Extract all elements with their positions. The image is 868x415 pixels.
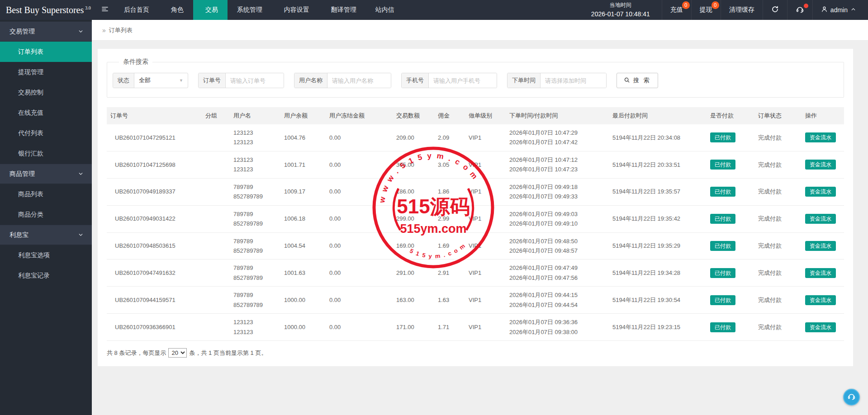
pay-time: 2026年01月07日 10:47:42 xyxy=(509,137,605,147)
trade-amount-cell: 169.00 xyxy=(393,232,434,259)
sidebar-item-product-list[interactable]: 商品列表 xyxy=(0,184,92,204)
sidebar-section-lixibao[interactable]: 利息宝 xyxy=(0,225,92,245)
clear-cache-label: 清理缓存 xyxy=(729,6,754,14)
sidebar-item-payment-list[interactable]: 代付列表 xyxy=(0,123,92,143)
column-header-label: 分组 xyxy=(205,112,217,119)
username-input[interactable] xyxy=(327,73,391,88)
sidebar-item-online-recharge[interactable]: 在线充值 xyxy=(0,103,92,123)
sidebar-section-trade-management[interactable]: 交易管理 xyxy=(0,21,92,42)
order-no-cell: UB2601070944159571 xyxy=(107,287,202,314)
username-line2: 123123 xyxy=(233,137,277,147)
fund-flow-button[interactable]: 资金流水 xyxy=(805,322,836,332)
username-cell: 123123 123123 xyxy=(230,151,280,178)
menu-content[interactable]: 内容设置 xyxy=(272,0,319,20)
refresh-icon xyxy=(771,5,779,14)
menu-dashboard[interactable]: 后台首页 xyxy=(114,0,159,20)
trade-amount-cell: 305.00 xyxy=(393,151,434,178)
menu-messages[interactable]: 站内信 xyxy=(366,0,404,20)
username-line1: 789789 xyxy=(233,290,277,300)
headset-icon xyxy=(847,392,856,402)
floating-support-button[interactable] xyxy=(843,389,860,406)
order-time-input[interactable] xyxy=(541,73,606,88)
username-line1: 789789 xyxy=(233,209,277,219)
column-header-label: 最后付款时间 xyxy=(612,112,648,119)
trade-amount-cell: 163.00 xyxy=(393,287,434,314)
support-button[interactable] xyxy=(787,0,812,20)
sidebar-item-trade-control[interactable]: 交易控制 xyxy=(0,82,92,103)
order-status-cell: 完成付款 xyxy=(754,287,802,314)
balance-cell: 1009.17 xyxy=(280,178,326,205)
menu-label: 角色 xyxy=(171,6,184,14)
sidebar-toggle-button[interactable] xyxy=(95,0,114,20)
order-time-label: 下单时间 xyxy=(508,73,541,88)
commission-cell: 2.99 xyxy=(434,205,465,232)
menu-translate[interactable]: 翻译管理 xyxy=(319,0,366,20)
group-cell xyxy=(202,205,230,232)
column-header: 用户余额 xyxy=(280,107,326,124)
fund-flow-button[interactable]: 资金流水 xyxy=(805,187,836,197)
group-cell xyxy=(202,232,230,259)
sidebar-entry-label: 银行汇款 xyxy=(18,150,43,158)
chevron-down-icon xyxy=(78,171,84,177)
phone-filter-group: 手机号 xyxy=(401,73,497,88)
order-pay-time-cell: 2026年01月07日 09:49:18 2026年01月07日 09:49:3… xyxy=(506,178,609,205)
admin-menu[interactable]: admin xyxy=(812,0,868,20)
sidebar-item-lixibao-options[interactable]: 利息宝选项 xyxy=(0,245,92,265)
menu-system[interactable]: 系统管理 xyxy=(228,0,272,20)
column-header-label: 做单级别 xyxy=(469,112,492,119)
menu-roles[interactable]: 角色 xyxy=(159,0,193,20)
username-line2: 123123 xyxy=(233,327,277,337)
sidebar-item-order-list[interactable]: 订单列表 xyxy=(0,42,92,62)
sidebar-section-product-management[interactable]: 商品管理 xyxy=(0,164,92,184)
order-no-cell: UB2601070936366901 xyxy=(107,314,202,341)
action-cell: 资金流水 xyxy=(802,178,844,205)
recharge-button[interactable]: 充值 0 xyxy=(662,0,691,20)
column-header: 订单号 xyxy=(107,107,202,124)
breadcrumb-label: 订单列表 xyxy=(109,26,133,34)
table-row: UB2601070947491632 789789 852789789 1001… xyxy=(107,259,844,287)
refresh-button[interactable] xyxy=(763,0,787,20)
menu-trade[interactable]: 交易 xyxy=(193,0,228,20)
fund-flow-button[interactable]: 资金流水 xyxy=(805,295,836,305)
menu-label: 交易 xyxy=(205,6,218,14)
sidebar-item-product-category[interactable]: 商品分类 xyxy=(0,204,92,225)
sidebar-item-lixibao-records[interactable]: 利息宝记录 xyxy=(0,265,92,286)
fund-flow-button[interactable]: 资金流水 xyxy=(805,241,836,251)
order-status-cell: 完成付款 xyxy=(754,232,802,259)
sidebar-item-withdraw-management[interactable]: 提现管理 xyxy=(0,62,92,82)
paid-badge: 已付款 xyxy=(710,295,735,305)
pay-time: 2026年01月07日 09:48:57 xyxy=(509,246,605,255)
user-icon xyxy=(821,6,828,14)
last-pay-time-cell: 5194年11月22日 19:23:15 xyxy=(609,314,707,341)
page-size-select[interactable]: 20 xyxy=(168,348,187,358)
fund-flow-button[interactable]: 资金流水 xyxy=(805,132,836,142)
phone-input[interactable] xyxy=(429,73,497,88)
paid-status-cell: 已付款 xyxy=(707,124,754,151)
filter-row: 状态 全部 ▼ 订单号 用户名称 手机号 xyxy=(113,73,837,88)
username-line2: 852789789 xyxy=(233,300,277,310)
username-filter-group: 用户名称 xyxy=(294,73,391,88)
withdraw-button[interactable]: 提现 0 xyxy=(691,0,721,20)
status-select[interactable]: 全部 ▼ xyxy=(134,73,188,88)
commission-cell: 1.71 xyxy=(434,314,465,341)
commission-cell: 2.91 xyxy=(434,259,465,287)
table-row: UB2601071047295121 123123 123123 1004.76… xyxy=(107,124,844,151)
fund-flow-button[interactable]: 资金流水 xyxy=(805,160,836,170)
search-icon xyxy=(624,77,630,85)
pay-time: 2026年01月07日 09:44:54 xyxy=(509,300,605,310)
fund-flow-button[interactable]: 资金流水 xyxy=(805,214,836,224)
vip-level-cell: VIP1 xyxy=(465,178,506,205)
username-line1: 789789 xyxy=(233,236,277,246)
username-cell: 789789 852789789 xyxy=(230,287,280,314)
sidebar-item-bank-transfer[interactable]: 银行汇款 xyxy=(0,143,92,164)
action-cell: 资金流水 xyxy=(802,205,844,232)
fund-flow-button[interactable]: 资金流水 xyxy=(805,268,836,278)
last-pay-time-cell: 5194年11月22日 19:35:42 xyxy=(609,205,707,232)
order-no-input[interactable] xyxy=(226,73,284,88)
username-cell: 123123 123123 xyxy=(230,124,280,151)
clear-cache-button[interactable]: 清理缓存 xyxy=(721,0,763,20)
sidebar-entry-label: 利息宝记录 xyxy=(18,272,50,280)
search-button[interactable]: 搜 索 xyxy=(617,73,658,88)
order-no-cell: UB2601070949031422 xyxy=(107,205,202,232)
table-body: UB2601071047295121 123123 123123 1004.76… xyxy=(107,124,844,341)
